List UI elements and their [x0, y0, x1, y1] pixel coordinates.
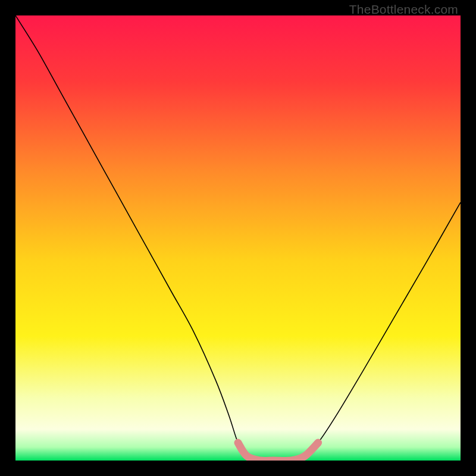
optimal-region-marker [238, 443, 318, 461]
chart-container: TheBottleneck.com [0, 0, 476, 476]
curve-layer [15, 15, 461, 461]
watermark-text: TheBottleneck.com [349, 2, 458, 17]
bottleneck-curve [15, 15, 461, 461]
plot-area [15, 15, 461, 461]
